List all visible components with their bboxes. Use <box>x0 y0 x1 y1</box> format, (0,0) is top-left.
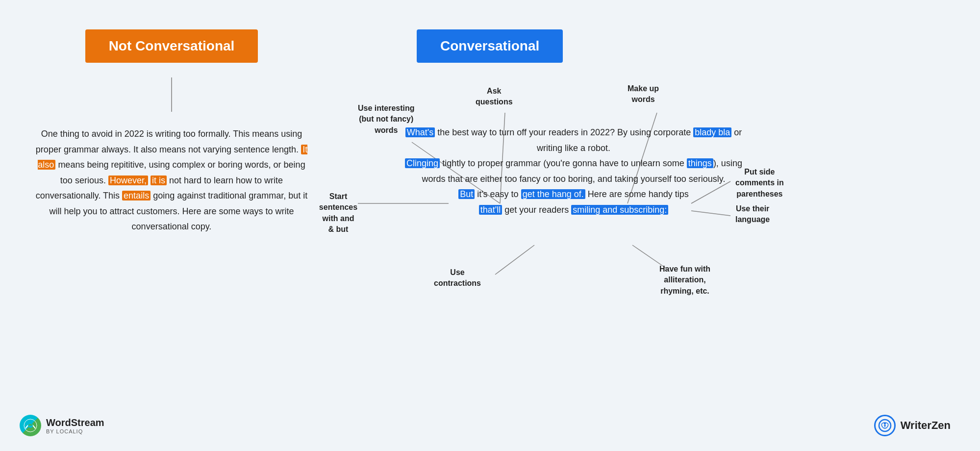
left-body-text: One thing to avoid in 2022 is writing to… <box>34 126 309 235</box>
highlight-entails: entails <box>122 191 151 200</box>
right-body-text: What's the best way to turn off your rea… <box>397 125 750 218</box>
main-container: Not Conversational One thing to avoid in… <box>0 0 980 451</box>
mind-map-lines <box>343 0 980 451</box>
wordstream-logo: WordStream BY LOCALIQ <box>20 415 104 436</box>
highlight-however: However, <box>108 175 148 185</box>
footer-right: WriterZen <box>874 415 951 436</box>
label-make-up-words: Make upwords <box>628 83 659 105</box>
highlight-thatll: that'll <box>479 205 502 215</box>
label-use-contractions: Usecontractions <box>434 267 481 289</box>
right-panel: Conversational Use interesting(but not f… <box>343 0 980 451</box>
highlight-it-also: It also <box>38 145 307 170</box>
label-have-fun: Have fun withalliteration,rhyming, etc. <box>659 264 710 297</box>
highlight-things: things <box>687 158 713 168</box>
writerzen-icon <box>874 415 896 436</box>
highlight-it-is: it is <box>151 175 167 185</box>
svg-point-11 <box>884 423 886 425</box>
writerzen-logo: WriterZen <box>874 415 951 436</box>
highlight-clinging: Clinging <box>405 158 440 168</box>
conversational-header: Conversational <box>417 29 563 63</box>
highlight-smiling: smiling and subscribing: <box>571 205 668 215</box>
wordstream-sub: BY LOCALIQ <box>46 428 104 434</box>
footer-left: WordStream BY LOCALIQ <box>20 415 104 436</box>
highlight-bla: blady bla <box>693 127 731 137</box>
svg-line-6 <box>495 245 534 275</box>
label-start-sentences: Startsentenceswith and& but <box>314 191 363 235</box>
highlight-whats: What's <box>405 127 435 137</box>
not-conversational-header: Not Conversational <box>85 29 258 63</box>
wordstream-icon <box>20 415 41 436</box>
highlight-get-the-hang: get the hang of. <box>521 189 585 199</box>
left-divider <box>171 77 172 112</box>
left-panel: Not Conversational One thing to avoid in… <box>0 0 343 451</box>
wordstream-name: WordStream <box>46 417 104 428</box>
highlight-but: But <box>458 189 475 199</box>
label-ask-questions: Askquestions <box>476 86 513 108</box>
writerzen-name: WriterZen <box>901 419 951 432</box>
wordstream-text: WordStream BY LOCALIQ <box>46 417 104 434</box>
